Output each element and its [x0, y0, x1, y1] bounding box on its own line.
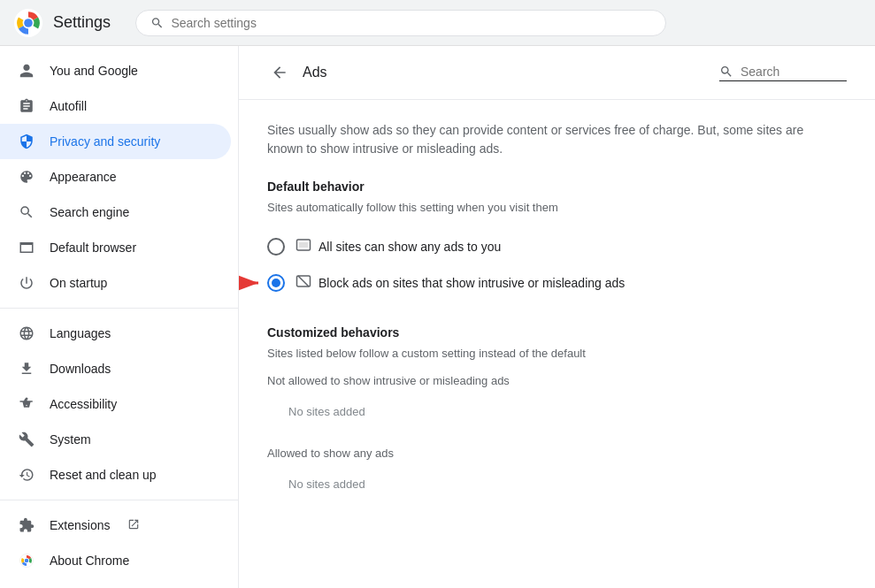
- sidebar-label-privacy-and-security: Privacy and security: [50, 134, 160, 149]
- radio-allow-all[interactable]: [267, 238, 285, 256]
- sidebar-label-search-engine: Search engine: [50, 205, 129, 219]
- browser-icon: [18, 239, 35, 256]
- option-block-intrusive[interactable]: Block ads on sites that show intrusive o…: [267, 264, 847, 301]
- search-input[interactable]: [171, 16, 651, 30]
- sidebar-label-system: System: [50, 432, 91, 447]
- customized-behaviors-section: Customized behaviors Sites listed below …: [267, 325, 847, 501]
- svg-point-6: [25, 559, 29, 563]
- globe-icon: [18, 325, 35, 342]
- puzzle-icon: [18, 516, 35, 534]
- search-icon: [18, 203, 35, 221]
- assignment-icon: [18, 97, 35, 115]
- back-button[interactable]: [267, 60, 292, 85]
- sidebar-divider-2: [0, 500, 238, 500]
- sidebar-label-about-chrome: About Chrome: [50, 554, 129, 568]
- page-title: Ads: [303, 65, 327, 80]
- not-allowed-title: Not allowed to show intrusive or mislead…: [267, 374, 847, 387]
- sidebar-item-on-startup[interactable]: On startup: [0, 265, 231, 301]
- sidebar-label-languages: Languages: [50, 326, 111, 340]
- global-search-bar[interactable]: [135, 10, 666, 36]
- sidebar-label-you-and-google: You and Google: [50, 64, 138, 78]
- sidebar-item-privacy-and-security[interactable]: Privacy and security: [0, 124, 231, 159]
- red-arrow-icon: [239, 270, 267, 296]
- svg-rect-8: [299, 242, 309, 248]
- sidebar-item-languages[interactable]: Languages: [0, 316, 231, 351]
- radio-inner-dot: [272, 279, 280, 287]
- not-allowed-subsection: Not allowed to show intrusive or mislead…: [267, 374, 847, 429]
- radio-block-intrusive[interactable]: [267, 274, 285, 292]
- sidebar-item-reset-and-clean-up[interactable]: Reset and clean up: [0, 457, 231, 493]
- wrench-icon: [18, 431, 35, 448]
- sidebar: You and Google Autofill Privacy and secu…: [0, 46, 239, 588]
- sidebar-label-on-startup: On startup: [50, 276, 107, 290]
- sidebar-label-extensions: Extensions: [50, 518, 110, 532]
- sidebar-item-default-browser[interactable]: Default browser: [0, 230, 231, 265]
- external-link-icon: [127, 518, 140, 533]
- option-block-intrusive-label: Block ads on sites that show intrusive o…: [296, 273, 625, 292]
- not-allowed-empty: No sites added: [267, 394, 847, 429]
- block-ad-icon: [296, 273, 311, 292]
- chrome-icon: [18, 552, 35, 569]
- back-section: Ads: [267, 60, 327, 85]
- ads-description: Sites usually show ads so they can provi…: [267, 121, 842, 158]
- chrome-logo-icon: [14, 9, 42, 37]
- sidebar-item-appearance[interactable]: Appearance: [0, 159, 231, 195]
- sidebar-label-accessibility: Accessibility: [50, 397, 117, 411]
- customized-desc: Sites listed below follow a custom setti…: [267, 347, 847, 360]
- allowed-empty: No sites added: [267, 467, 847, 501]
- download-icon: [18, 360, 35, 378]
- sidebar-label-default-browser: Default browser: [50, 241, 136, 255]
- sidebar-item-system[interactable]: System: [0, 422, 231, 457]
- default-behavior-title: Default behavior: [267, 179, 847, 194]
- topbar: Settings: [0, 0, 875, 46]
- person-icon: [18, 62, 35, 80]
- main-layout: You and Google Autofill Privacy and secu…: [0, 46, 875, 588]
- option-allow-all[interactable]: All sites can show any ads to you: [267, 228, 847, 264]
- sidebar-label-autofill: Autofill: [50, 99, 87, 113]
- sidebar-label-downloads: Downloads: [50, 362, 111, 376]
- power-icon: [18, 274, 35, 292]
- sidebar-item-downloads[interactable]: Downloads: [0, 351, 231, 386]
- header-search-icon: [719, 65, 733, 79]
- ads-content: Sites usually show ads so they can provi…: [239, 100, 875, 547]
- main-content: Ads Sites usually show ads so they can p…: [239, 46, 875, 588]
- header-search-bar[interactable]: [719, 65, 847, 81]
- sidebar-item-extensions[interactable]: Extensions: [0, 508, 231, 543]
- sidebar-item-autofill[interactable]: Autofill: [0, 88, 231, 124]
- page-header: Ads: [239, 46, 875, 100]
- svg-line-12: [298, 276, 309, 286]
- allowed-title: Allowed to show any ads: [267, 447, 847, 460]
- default-behavior-section: Default behavior Sites automatically fol…: [267, 179, 847, 301]
- customized-title: Customized behaviors: [267, 325, 847, 340]
- search-icon: [150, 16, 164, 30]
- sidebar-item-you-and-google[interactable]: You and Google: [0, 53, 231, 88]
- sidebar-item-accessibility[interactable]: Accessibility: [0, 386, 231, 422]
- header-search-input[interactable]: [741, 65, 847, 79]
- sidebar-item-about-chrome[interactable]: About Chrome: [0, 543, 231, 578]
- shield-icon: [18, 133, 35, 150]
- accessibility-icon: [18, 395, 35, 413]
- option-block-row: Block ads on sites that show intrusive o…: [267, 264, 847, 301]
- app-title: Settings: [53, 13, 111, 32]
- ad-icon: [296, 237, 311, 256]
- option-allow-all-label: All sites can show any ads to you: [296, 237, 501, 256]
- default-behavior-desc: Sites automatically follow this setting …: [267, 201, 847, 214]
- history-icon: [18, 466, 35, 484]
- sidebar-divider-1: [0, 308, 238, 309]
- allowed-subsection: Allowed to show any ads No sites added: [267, 447, 847, 501]
- palette-icon: [18, 168, 35, 186]
- sidebar-label-appearance: Appearance: [50, 170, 117, 184]
- sidebar-label-reset-and-clean-up: Reset and clean up: [50, 468, 157, 482]
- svg-point-2: [24, 19, 33, 27]
- sidebar-item-search-engine[interactable]: Search engine: [0, 195, 231, 230]
